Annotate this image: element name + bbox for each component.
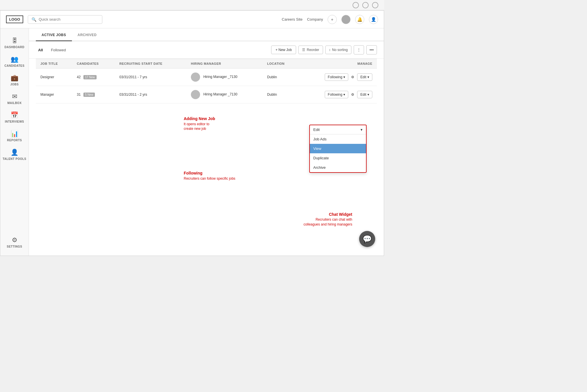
app-container: LOGO 🔍 Careers Site Company + 🔔 👤 🎛 DASH… (0, 10, 384, 256)
chrome-btn-3[interactable] (372, 2, 378, 8)
extra-options-btn[interactable]: ••• (366, 45, 377, 54)
sidebar-item-settings[interactable]: ⚙ SETTINGS (0, 232, 29, 251)
notification-icon-btn[interactable]: 🔔 (355, 15, 364, 24)
hiring-manager-name-2: Hiring Manager _7130 (203, 92, 237, 96)
topbar: LOGO 🔍 Careers Site Company + 🔔 👤 (0, 11, 384, 28)
table-row: Designer 42 17 New 03/31/2011 - 7 yrs Hi… (36, 68, 377, 86)
following-chevron-2: ▾ (343, 93, 345, 97)
settings-icon: ⚙ (12, 236, 17, 244)
filter-followed[interactable]: Followed (49, 47, 68, 53)
sidebar-label-settings: SETTINGS (7, 245, 22, 248)
toolbar-right: + New Job ☰ Reorder ↕ No sorting ⋮ ••• (271, 45, 377, 54)
avatar-1 (191, 72, 200, 82)
sidebar-item-reports[interactable]: 📊 REPORTS (0, 126, 29, 145)
manage-cell-2: Following ▾ ⚙ Edit ▾ (299, 86, 377, 103)
dropdown-item-duplicate[interactable]: Duplicate (310, 153, 366, 163)
sidebar-label-dashboard: DASHBOARD (5, 46, 25, 49)
location-cell-1: Dublin (263, 68, 299, 86)
user-icon-btn[interactable]: 👤 (369, 15, 378, 24)
table-row: Manager 31 5 New 03/31/2011 - 2 yrs Hiri… (36, 86, 377, 103)
new-job-button[interactable]: + New Job (271, 46, 296, 54)
job-title-cell-1: Designer (36, 68, 72, 86)
following-label-1: Following (328, 75, 343, 79)
no-sorting-button[interactable]: ↕ No sorting (325, 46, 352, 54)
candidates-count-1: 42 (77, 75, 81, 79)
chat-widget-button[interactable]: 💬 (359, 231, 375, 247)
sidebar-item-mailbox[interactable]: ✉ MAILBOX (0, 89, 29, 107)
annotation-following-title: Following (184, 170, 235, 176)
chrome-btn-2[interactable] (362, 2, 369, 8)
hiring-manager-cell-2: Hiring Manager _7130 (186, 86, 263, 103)
location-cell-2: Dublin (263, 86, 299, 103)
edit-dropdown-menu: Edit ▾ Job Ads View Duplicate Archive (309, 125, 367, 173)
window-chrome (0, 0, 384, 10)
avatar-icon-btn[interactable] (341, 15, 351, 24)
sidebar-label-reports: REPORTS (7, 139, 22, 142)
chrome-btn-1[interactable] (353, 2, 359, 8)
more-options-btn[interactable]: ⋮ (354, 45, 364, 54)
table-header-row: JOB TITLE CANDIDATES RECRUITING START DA… (36, 59, 377, 68)
careers-site-link[interactable]: Careers Site (282, 17, 302, 21)
gear-icon-1: ⚙ (351, 75, 354, 79)
sidebar-label-mailbox: MAILBOX (7, 101, 22, 105)
jobs-toolbar: All Followed + New Job ☰ Reorder ↕ No so… (29, 41, 384, 59)
annotation-new-job-desc: It opens editor to create new job (184, 122, 215, 132)
following-label-2: Following (328, 93, 343, 97)
sidebar: 🎛 DASHBOARD 👥 CANDIDATES 💼 JOBS ✉ MAILBO… (0, 28, 29, 256)
annotation-chat-desc: Recruiters can chat with colleagues and … (304, 217, 352, 227)
dropdown-item-view[interactable]: View (310, 144, 366, 153)
no-sorting-label: No sorting (332, 48, 348, 52)
sort-icon: ↕ (329, 48, 331, 52)
add-icon-btn[interactable]: + (328, 15, 337, 24)
avatar-2 (191, 90, 200, 99)
col-job-title: JOB TITLE (36, 59, 72, 68)
tab-active-jobs[interactable]: ACTIVE JOBS (36, 28, 72, 41)
sidebar-label-talent-pools: TALENT POOLS (3, 157, 26, 160)
edit-label-1: Edit (360, 75, 366, 79)
dropdown-item-archive[interactable]: Archive (310, 163, 366, 172)
following-btn-1[interactable]: Following ▾ (325, 73, 349, 81)
edit-chevron-2: ▾ (367, 93, 369, 97)
sidebar-item-interviews[interactable]: 📅 INTERVIEWS (0, 107, 29, 126)
annotation-chat: Chat Widget Recruiters can chat with col… (304, 212, 352, 227)
gear-icon-2: ⚙ (351, 93, 354, 97)
sidebar-item-dashboard[interactable]: 🎛 DASHBOARD (0, 33, 29, 52)
sidebar-label-candidates: CANDIDATES (5, 64, 25, 67)
search-input[interactable] (39, 17, 99, 21)
dropdown-chevron: ▾ (361, 128, 363, 132)
sidebar-bottom: ⚙ SETTINGS (0, 232, 29, 256)
search-bar[interactable]: 🔍 (28, 15, 102, 24)
badge-new-2: 5 New (83, 93, 95, 97)
tab-archived[interactable]: ARCHIVED (72, 28, 103, 41)
badge-new-1: 17 New (83, 75, 97, 79)
content-area: ACTIVE JOBS ARCHIVED All Followed + New … (29, 28, 384, 256)
following-btn-2[interactable]: Following ▾ (325, 91, 349, 98)
col-hiring-manager: HIRING MANAGER (186, 59, 263, 68)
annotation-following: Following Recruiters can follow specific… (184, 170, 235, 181)
start-date-cell-2: 03/31/2011 - 2 yrs (115, 86, 187, 103)
jobs-table: JOB TITLE CANDIDATES RECRUITING START DA… (36, 59, 377, 103)
company-link[interactable]: Company (307, 17, 323, 21)
filter-all[interactable]: All (36, 47, 45, 53)
annotation-following-desc: Recruiters can follow specific jobs (184, 176, 235, 181)
edit-chevron-1: ▾ (367, 75, 369, 79)
hiring-manager-cell-1: Hiring Manager _7130 (186, 68, 263, 86)
dropdown-item-job-ads[interactable]: Job Ads (310, 134, 366, 144)
sidebar-item-jobs[interactable]: 💼 JOBS (0, 70, 29, 89)
col-location: LOCATION (263, 59, 299, 68)
dropdown-header: Edit ▾ (310, 125, 366, 134)
sidebar-label-jobs: JOBS (10, 83, 19, 86)
reorder-button[interactable]: ☰ Reorder (298, 46, 323, 54)
edit-btn-2[interactable]: Edit ▾ (357, 91, 372, 98)
edit-btn-1[interactable]: Edit ▾ (357, 73, 372, 81)
sidebar-item-talent-pools[interactable]: 👤 TALENT POOLS (0, 145, 29, 163)
search-icon: 🔍 (32, 17, 36, 22)
annotation-new-job-title: Adding New Job (184, 116, 215, 122)
job-title-cell-2: Manager (36, 86, 72, 103)
following-chevron-1: ▾ (343, 75, 345, 79)
mailbox-icon: ✉ (12, 93, 17, 100)
reorder-icon: ☰ (302, 48, 305, 52)
annotation-new-job: Adding New Job It opens editor to create… (184, 116, 215, 131)
main-layout: 🎛 DASHBOARD 👥 CANDIDATES 💼 JOBS ✉ MAILBO… (0, 28, 384, 256)
sidebar-item-candidates[interactable]: 👥 CANDIDATES (0, 52, 29, 70)
